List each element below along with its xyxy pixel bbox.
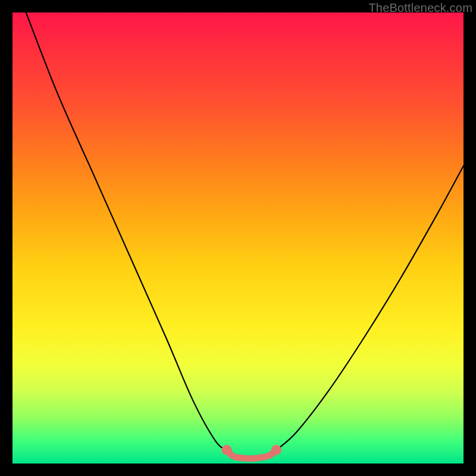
chart-svg <box>12 12 464 464</box>
outer-frame: TheBottleneck.com <box>0 0 476 476</box>
marker-valley-right-endpoint <box>271 445 281 455</box>
series-left-branch <box>26 12 227 450</box>
marker-valley-left-endpoint <box>222 445 232 455</box>
series-group <box>26 12 464 459</box>
plot-area <box>12 12 464 464</box>
series-valley-floor <box>227 450 276 458</box>
series-right-branch <box>276 166 464 450</box>
